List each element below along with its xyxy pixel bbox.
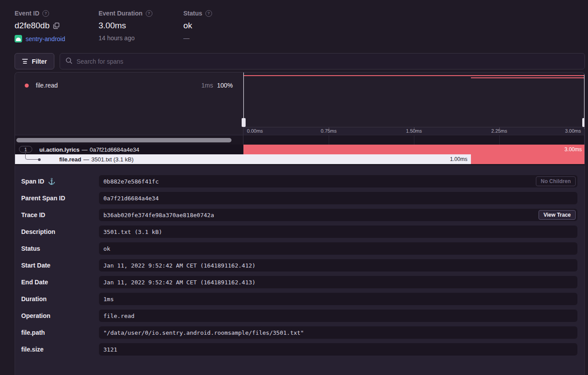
minimap-span-line — [471, 77, 584, 78]
trace-view: file.read 1ms 100% 0.00ms0.75ms1.50ms2.2… — [15, 72, 585, 165]
drag-grip[interactable] — [582, 118, 585, 127]
axis-tick-label: 0.00ms — [247, 128, 263, 134]
event-id-value: d2fe80db — [15, 21, 49, 31]
detail-label: Start Date — [15, 262, 99, 269]
detail-row: Duration 1ms — [15, 293, 577, 305]
event-duration-ago: 14 hours ago — [99, 34, 183, 42]
op-legend-duration: 1ms — [201, 82, 213, 89]
grid-line — [499, 135, 500, 145]
detail-label: Duration — [15, 295, 99, 302]
detail-value: 0a7f21d6684a4e34 — [99, 192, 577, 204]
detail-row: Start Date Jan 11, 2022 9:52:42 AM CET (… — [15, 259, 577, 272]
span-op: ui.action.lyrics — [39, 146, 80, 153]
event-duration-column: Event Duration ? 3.00ms 14 hours ago — [99, 10, 183, 42]
view-trace-button[interactable]: View Trace — [539, 210, 576, 220]
trace-left-panel: file.read 1ms 100% — [15, 73, 243, 145]
event-header: Event ID ? d2fe80db sentry-android Event… — [15, 10, 212, 42]
span-op: file.read — [59, 156, 81, 163]
detail-label: End Date — [15, 279, 99, 286]
detail-value: 3501.txt (3.1 kB) — [99, 226, 577, 238]
grid-line — [329, 135, 329, 145]
minimap-left-handle[interactable] — [243, 73, 244, 127]
filter-button[interactable]: Filter — [15, 53, 54, 69]
minimap-span-line — [243, 75, 584, 76]
event-duration-label: Event Duration — [99, 10, 143, 17]
detail-value: ok — [99, 242, 577, 255]
trace-minimap-panel: 0.00ms0.75ms1.50ms2.25ms3.00ms — [243, 73, 584, 145]
op-color-dot — [25, 84, 29, 88]
detail-row: Operation file.read — [15, 310, 577, 322]
span-row-parent[interactable]: 1 ui.action.lyrics — 0a7f21d6684a4e34 3.… — [15, 145, 584, 154]
timeline-scroll-strip — [243, 135, 584, 145]
detail-row: Span ID⚓ 0b882e7e586f41fcNo Children — [15, 175, 577, 188]
detail-value: 1ms — [99, 293, 577, 305]
detail-row: End Date Jan 11, 2022 9:52:42 AM CET (16… — [15, 276, 577, 288]
detail-value: "/data/user/0/io.sentry.android.roomsamp… — [99, 326, 577, 339]
detail-label: Trace ID — [15, 211, 99, 218]
axis-tick-mark — [499, 127, 500, 129]
detail-value: Jan 11, 2022 9:52:42 AM CET (1641891162.… — [99, 259, 577, 272]
filter-icon — [22, 59, 28, 64]
detail-label: file.path — [15, 329, 99, 336]
help-icon[interactable]: ? — [205, 10, 212, 17]
detail-row: file.size 3121 — [15, 343, 577, 356]
scrollbar-thumb[interactable] — [16, 138, 231, 142]
detail-label: Parent Span ID — [15, 195, 99, 202]
detail-row: Status ok — [15, 242, 577, 255]
span-desc: 3501.txt (3.1 kB) — [91, 156, 133, 163]
tree-connector — [25, 153, 38, 160]
filter-button-label: Filter — [32, 58, 47, 65]
detail-row: Description 3501.txt (3.1 kB) — [15, 226, 577, 238]
detail-label: Span ID⚓ — [15, 178, 99, 185]
detail-value: 0b882e7e586f41fcNo Children — [99, 175, 577, 188]
detail-value: Jan 11, 2022 9:52:42 AM CET (1641891162.… — [99, 276, 577, 288]
event-id-label: Event ID — [15, 10, 39, 17]
grid-line — [414, 135, 414, 145]
search-input[interactable] — [76, 58, 579, 65]
span-separator: — — [83, 156, 89, 163]
detail-value: b36ab020fe374fe98a370ae818e0742aView Tra… — [99, 209, 577, 221]
no-children-button: No Children — [536, 176, 576, 186]
span-count-badge[interactable]: 1 — [19, 146, 32, 153]
time-axis: 0.00ms0.75ms1.50ms2.25ms3.00ms — [243, 127, 584, 135]
span-duration-bar[interactable] — [243, 145, 584, 154]
span-separator: — — [82, 146, 87, 153]
status-value: ok — [183, 21, 192, 31]
horizontal-scrollbar[interactable] — [15, 135, 243, 145]
copy-icon[interactable] — [53, 23, 60, 29]
detail-label: Description — [15, 228, 99, 235]
detail-value: file.read — [99, 310, 577, 322]
search-icon — [65, 57, 72, 66]
event-id-column: Event ID ? d2fe80db sentry-android — [15, 10, 99, 42]
op-legend-name: file.read — [36, 82, 58, 89]
event-duration-value: 3.00ms — [99, 21, 126, 31]
span-bar-label: 1.00ms — [450, 154, 467, 164]
drag-grip[interactable] — [242, 118, 246, 127]
anchor-icon[interactable]: ⚓ — [48, 178, 55, 185]
axis-tick-mark — [584, 127, 584, 129]
help-icon[interactable]: ? — [146, 10, 152, 17]
grid-line — [584, 135, 584, 145]
span-duration-bar[interactable] — [471, 154, 584, 164]
trace-minimap[interactable] — [243, 73, 584, 127]
status-column: Status ? ok — — [183, 10, 212, 42]
span-desc: 0a7f21d6684a4e34 — [90, 146, 139, 153]
android-platform-icon — [15, 35, 22, 42]
op-legend: file.read 1ms 100% — [15, 73, 243, 135]
status-sub: — — [183, 34, 212, 42]
span-search-box[interactable] — [60, 53, 585, 69]
axis-tick-mark — [414, 127, 414, 129]
op-legend-percent: 100% — [217, 82, 233, 89]
detail-row: Parent Span ID 0a7f21d6684a4e34 — [15, 192, 577, 204]
toolbar: Filter — [15, 53, 585, 69]
span-row-child-selected[interactable]: file.read — 3501.txt (3.1 kB) 1.00ms — [15, 154, 584, 165]
span-bar-label: 3.00ms — [565, 145, 582, 154]
help-icon[interactable]: ? — [42, 10, 49, 17]
minimap-right-handle[interactable] — [584, 73, 584, 127]
project-link[interactable]: sentry-android — [26, 35, 65, 42]
status-label: Status — [183, 10, 202, 17]
detail-label: file.size — [15, 346, 99, 353]
detail-row: Trace ID b36ab020fe374fe98a370ae818e0742… — [15, 209, 577, 221]
detail-label: Operation — [15, 312, 99, 319]
detail-label: Status — [15, 245, 99, 252]
